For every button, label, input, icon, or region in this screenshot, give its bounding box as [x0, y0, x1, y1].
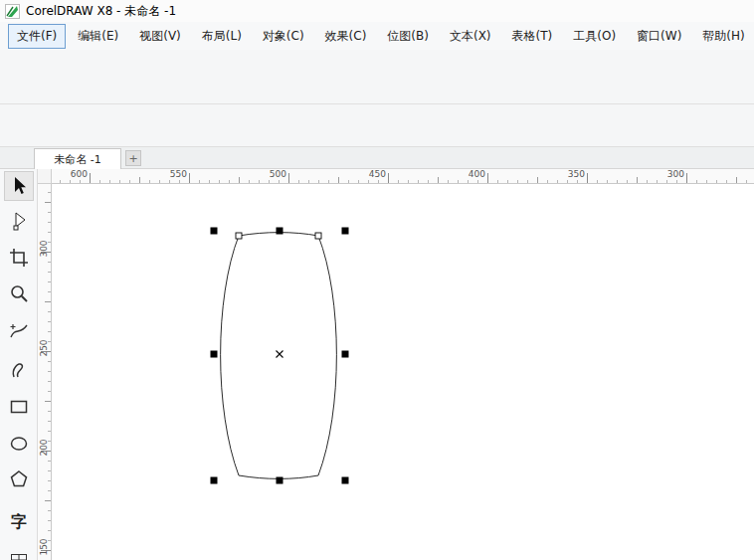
document-tab[interactable]: 未命名 -1: [34, 148, 121, 169]
freehand-tool[interactable]: [4, 316, 34, 346]
ruler-label: 550: [170, 169, 189, 179]
pick-tool[interactable]: [4, 171, 34, 201]
menu-item-text[interactable]: 文本(X): [441, 24, 500, 49]
curve-node[interactable]: [315, 233, 321, 239]
menu-item-effects[interactable]: 效果(C): [316, 24, 376, 49]
selection-handle[interactable]: [211, 351, 218, 358]
titlebar: CorelDRAW X8 - 未命名 -1: [0, 0, 754, 22]
canvas[interactable]: [52, 184, 754, 560]
ruler-label: 200: [39, 433, 49, 463]
plus-icon: +: [128, 152, 137, 165]
text-tool[interactable]: 字: [4, 507, 34, 537]
menu-item-table[interactable]: 表格(T): [503, 24, 562, 49]
vertical-ruler[interactable]: 300 250 200 150: [38, 184, 52, 560]
curve-node[interactable]: [236, 233, 242, 239]
artistic-media-tool[interactable]: [4, 354, 34, 384]
coreldraw-logo: [5, 4, 20, 19]
selection-handle[interactable]: [342, 477, 349, 484]
ruler-label: 250: [39, 333, 49, 363]
menu-item-edit[interactable]: 编辑(E): [69, 24, 127, 49]
polygon-tool-icon: [9, 469, 29, 489]
ruler-label: 400: [469, 169, 487, 179]
standard-toolbar: ▾: [0, 50, 754, 104]
menu-item-object[interactable]: 对象(C): [254, 24, 313, 49]
ruler-label: 350: [568, 169, 587, 179]
menu-item-window[interactable]: 窗口(W): [628, 24, 690, 49]
selection-handle[interactable]: [211, 228, 218, 235]
crop-tool-icon: [9, 248, 29, 268]
shape-tool-icon: [9, 212, 29, 232]
table-tool-icon: [9, 552, 29, 560]
menu-item-view[interactable]: 视图(V): [130, 24, 190, 49]
object-center-marker[interactable]: [277, 351, 283, 358]
ellipse-tool-icon: [9, 434, 29, 454]
ruler-label: 150: [39, 532, 49, 560]
shape-tool[interactable]: [4, 207, 34, 237]
zoom-tool-icon: [9, 283, 29, 303]
rectangle-tool[interactable]: [4, 392, 34, 422]
menu-item-bitmaps[interactable]: 位图(B): [378, 24, 438, 49]
selection-handle[interactable]: [211, 477, 218, 484]
text-tool-icon: 字: [11, 512, 27, 533]
polygon-tool[interactable]: [4, 465, 34, 494]
ruler-label: 450: [369, 169, 388, 179]
ruler-label: 300: [667, 169, 686, 179]
window-title: CorelDRAW X8 - 未命名 -1: [26, 3, 176, 20]
freehand-tool-icon: [9, 321, 29, 341]
ruler-label: 300: [39, 234, 49, 264]
menubar: 文件(F) 编辑(E) 视图(V) 布局(L) 对象(C) 效果(C) 位图(B…: [0, 22, 754, 50]
crop-tool[interactable]: [4, 243, 34, 273]
property-bar: X: -505.154 mm Y: 251.16 mm ↔ 59.301 mm …: [0, 104, 754, 147]
artistic-media-tool-icon: [9, 359, 29, 379]
rectangle-tool-icon: [9, 397, 29, 417]
zoom-tool[interactable]: [4, 279, 34, 308]
coreldraw-window: CorelDRAW X8 - 未命名 -1 文件(F) 编辑(E) 视图(V) …: [0, 0, 754, 560]
horizontal-ruler[interactable]: 600 550 500 450 400 350 300: [52, 169, 754, 184]
ruler-label: 600: [71, 169, 90, 179]
ellipse-tool[interactable]: [4, 429, 34, 459]
ruler-origin[interactable]: [38, 169, 52, 184]
selection-handle[interactable]: [342, 228, 349, 235]
menu-item-layout[interactable]: 布局(L): [193, 24, 251, 49]
table-tool[interactable]: [4, 547, 34, 560]
document-tab-label: 未命名 -1: [54, 152, 100, 167]
ruler-label: 500: [270, 169, 288, 179]
selection-handle[interactable]: [277, 228, 283, 235]
menu-item-tools[interactable]: 工具(O): [564, 24, 625, 49]
menu-item-file[interactable]: 文件(F): [8, 24, 66, 49]
toolbox: 字: [0, 169, 38, 560]
selection-handle[interactable]: [277, 477, 283, 484]
pick-tool-icon: [9, 176, 29, 196]
selection-handle[interactable]: [342, 351, 349, 358]
new-tab-button[interactable]: +: [125, 150, 141, 166]
document-tabbar: 未命名 -1 +: [0, 147, 754, 169]
menu-item-help[interactable]: 帮助(H): [693, 24, 753, 49]
